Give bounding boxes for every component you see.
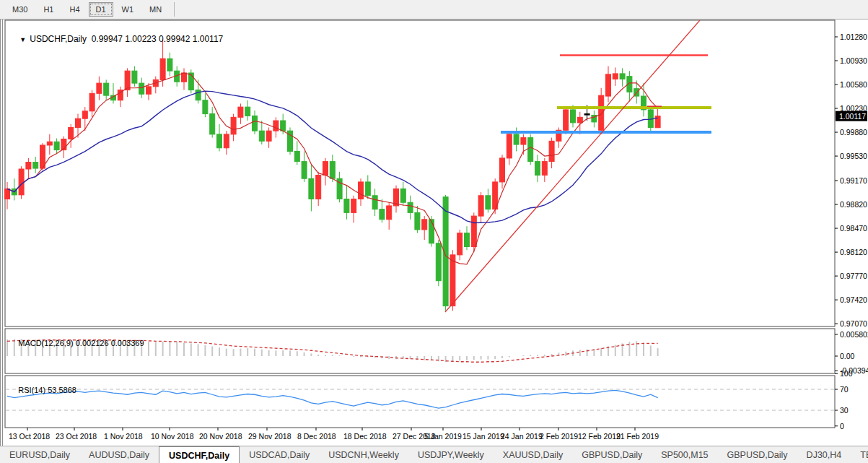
- date-axis-label: 2 Feb 2019: [540, 432, 578, 441]
- candle-body: [266, 131, 271, 141]
- candle-body: [429, 220, 434, 243]
- candle-body: [465, 233, 470, 247]
- price-axis-label: 0.97070: [840, 319, 867, 328]
- trendline[interactable]: [445, 20, 700, 312]
- chart-canvas[interactable]: 1.012801.009301.005801.002300.998800.995…: [3, 20, 868, 446]
- candle-body: [316, 175, 321, 199]
- candle-body: [245, 107, 250, 116]
- price-axis-label: 0.98120: [840, 248, 867, 256]
- price-axis-label: 0.99170: [840, 176, 867, 185]
- tf-button-h1[interactable]: H1: [36, 2, 61, 17]
- candle-body: [408, 202, 413, 212]
- candle-body: [571, 110, 576, 123]
- date-axis-label: 21 Feb 2019: [616, 432, 659, 441]
- date-axis-label: 5 Jan 2019: [424, 432, 462, 441]
- candle-body: [478, 196, 483, 216]
- current-price-text: 1.00117: [839, 112, 866, 121]
- candle-body: [89, 93, 95, 111]
- candle-body: [528, 138, 533, 162]
- macd-name: MACD(12,26,9): [18, 339, 73, 347]
- date-axis-label: 23 Oct 2018: [56, 432, 97, 441]
- date-axis-label: 20 Nov 2018: [199, 432, 242, 441]
- candle-body: [450, 255, 455, 306]
- candle-body: [273, 121, 279, 131]
- macd-label: MACD(12,26,9) 0.002126 0.003369: [9, 330, 144, 356]
- tab-gbpusd-daily[interactable]: GBPUSD,Daily: [718, 446, 797, 463]
- tab-usdcnh-weekly[interactable]: USDCNH,Weekly: [319, 446, 408, 463]
- candle-body: [422, 220, 427, 230]
- tab-usdjpy-weekly[interactable]: USDJPY,Weekly: [408, 446, 494, 463]
- candle-body: [606, 74, 611, 96]
- tf-button-m30[interactable]: M30: [5, 2, 35, 17]
- candle-body: [359, 182, 364, 199]
- candle-body: [182, 73, 187, 82]
- date-axis-label: 12 Feb 2019: [578, 432, 621, 441]
- date-axis-label: 15 Jan 2019: [463, 432, 504, 441]
- price-axis-label: 0.98470: [840, 224, 867, 233]
- candle-body: [76, 118, 81, 127]
- candle-body: [584, 114, 589, 116]
- price-axis-label: 0.99530: [840, 152, 867, 160]
- candle-body: [309, 178, 314, 199]
- rsi-panel-border: [5, 376, 835, 428]
- candle-body: [620, 74, 625, 79]
- chart-title: ▼USDCHF,Daily 0.99947 1.00223 0.99942 1.…: [10, 24, 223, 54]
- candle-body: [457, 233, 463, 255]
- tab-usdchf-daily[interactable]: USDCHF,Daily: [159, 446, 240, 463]
- date-axis-label: 10 Nov 2018: [151, 432, 194, 441]
- chart-ohlc-values: 0.99947 1.00223 0.99942 1.00117: [92, 34, 224, 44]
- rsi-axis-label: 0: [840, 422, 844, 430]
- tf-button-w1[interactable]: W1: [115, 2, 141, 17]
- price-axis-label: 1.01280: [840, 33, 867, 41]
- candle-body: [217, 134, 222, 148]
- rsi-line: [7, 390, 658, 408]
- tab-gbpusd-daily[interactable]: GBPUSD,Daily: [572, 446, 652, 463]
- candle-body: [486, 196, 491, 209]
- candle-body: [231, 117, 236, 134]
- tab-usdcad-daily[interactable]: USDCAD,Daily: [240, 446, 319, 463]
- candle-body: [507, 134, 512, 158]
- candle-body: [259, 131, 264, 141]
- candle-body: [372, 196, 377, 209]
- timeframe-toolbar: M30H1H4D1W1MN: [0, 0, 868, 20]
- candle-body: [82, 111, 87, 118]
- candle-body: [380, 209, 385, 220]
- toolbar-separator: [174, 2, 175, 17]
- candle-body: [330, 162, 335, 179]
- candle-body: [294, 151, 299, 161]
- candle-body: [400, 189, 405, 202]
- tf-button-mn[interactable]: MN: [142, 2, 169, 17]
- macd-axis-label: 0.005802: [840, 330, 868, 339]
- candle-body: [196, 90, 201, 100]
- candle-body: [521, 138, 526, 144]
- tab-sp500-m15[interactable]: SP500,M15: [652, 446, 717, 463]
- tab-xauusd-daily[interactable]: XAUUSD,Daily: [494, 446, 572, 463]
- tab-eurusd-daily[interactable]: EURUSD,Daily: [0, 446, 79, 463]
- candle-body: [132, 71, 137, 83]
- candle-body: [613, 74, 618, 79]
- tab-audusd-daily[interactable]: AUDUSD,Daily: [79, 446, 159, 463]
- candle-body: [19, 169, 24, 195]
- tab-dj30-h4[interactable]: DJ30,H4: [797, 446, 851, 463]
- candle-body: [365, 182, 370, 196]
- tf-button-d1[interactable]: D1: [89, 2, 113, 17]
- date-axis-label: 18 Dec 2018: [343, 432, 387, 441]
- tf-button-h4[interactable]: H4: [62, 2, 87, 17]
- candle-body: [281, 121, 286, 131]
- candle-body: [104, 83, 109, 95]
- price-axis-label: 1.00580: [840, 80, 867, 89]
- symbol-dropdown-icon[interactable]: ▼: [19, 36, 26, 43]
- candle-body: [97, 83, 102, 93]
- chart-window[interactable]: 1.012801.009301.005801.002300.998800.995…: [0, 20, 868, 446]
- date-axis-label: 13 Oct 2018: [9, 432, 50, 441]
- price-axis-label: 0.97770: [840, 272, 867, 280]
- candle-body: [323, 162, 328, 176]
- candle-body: [238, 107, 243, 117]
- candle-body: [415, 212, 420, 230]
- macd-axis-label: 0.00: [840, 352, 855, 360]
- symbol-tabbar: EURUSD,DailyAUDUSD,DailyUSDCHF,DailyUSDC…: [0, 446, 868, 463]
- tab-tech1[interactable]: TECH1: [851, 446, 868, 463]
- price-axis-label: 0.98820: [840, 200, 867, 209]
- candle-body: [351, 199, 356, 213]
- candle-body: [139, 83, 144, 94]
